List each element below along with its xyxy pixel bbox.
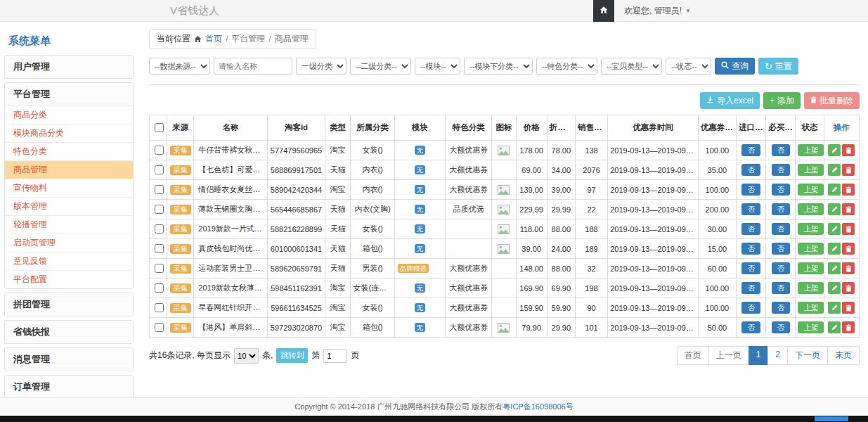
batch-delete-button[interactable]: 批量删除 [804,92,860,109]
jump-button[interactable]: 跳转到 [276,348,308,363]
must-buy-toggle[interactable]: 否 [772,282,791,294]
row-checkbox[interactable] [155,283,164,293]
status-button[interactable]: 上架 [798,223,824,235]
row-checkbox[interactable] [155,244,164,253]
user-menu[interactable]: 欢迎您, 管理员! ▼ [624,5,691,17]
edit-button[interactable] [828,184,841,196]
sidebar-item[interactable]: 启动页管理 [5,234,133,252]
import-select-toggle[interactable]: 否 [741,144,760,156]
must-buy-toggle[interactable]: 否 [772,184,791,196]
import-select-toggle[interactable]: 否 [741,164,760,176]
row-checkbox[interactable] [155,185,164,194]
sidebar-item[interactable]: 拼团管理 [5,293,133,316]
delete-button[interactable] [842,184,855,196]
delete-button[interactable] [842,262,855,274]
sidebar-item[interactable]: 省钱快报 [5,321,133,343]
sidebar-item[interactable]: 宣传物料 [5,179,133,197]
must-buy-toggle[interactable]: 否 [772,164,791,176]
row-checkbox[interactable] [155,264,164,273]
sidebar-item[interactable]: 消息管理 [5,348,133,371]
edit-button[interactable] [828,262,841,274]
edit-button[interactable] [828,321,841,333]
status-button[interactable]: 上架 [798,262,824,274]
import-select-toggle[interactable]: 否 [741,203,760,215]
edit-button[interactable] [828,164,841,176]
sidebar-item[interactable]: 轮播管理 [5,215,133,234]
status-button[interactable]: 上架 [798,144,824,156]
edit-button[interactable] [828,203,841,215]
pager-button[interactable]: 下一页 [787,346,828,365]
filter-select[interactable]: --数据来源-- [149,58,210,75]
delete-button[interactable] [842,243,855,255]
sidebar-item[interactable]: 订单管理 [5,376,133,398]
sidebar-item[interactable]: 商品分类 [5,106,133,124]
row-checkbox[interactable] [155,146,164,155]
status-button[interactable]: 上架 [798,164,824,176]
sidebar-item[interactable]: 特色分类 [5,142,133,160]
row-checkbox[interactable] [155,303,164,312]
status-button[interactable]: 上架 [798,184,824,196]
filter-select[interactable]: --特色分类-- [536,58,597,75]
edit-button[interactable] [828,223,841,235]
filter-select[interactable]: --状态-- [666,58,711,75]
search-button[interactable]: 查询 [715,58,755,75]
filter-select[interactable]: --模块下分类-- [464,58,533,75]
pager-button[interactable]: 末页 [827,346,860,365]
add-button[interactable]: + 添加 [763,92,801,109]
edit-button[interactable] [828,243,841,255]
filter-select[interactable]: 一级分类 [296,58,346,75]
row-checkbox[interactable] [155,323,164,332]
import-select-toggle[interactable]: 否 [741,262,760,274]
import-select-toggle[interactable]: 否 [741,223,760,235]
sidebar-item[interactable]: 版本管理 [5,197,133,215]
jump-page-input[interactable] [323,349,347,363]
delete-button[interactable] [842,282,855,294]
sidebar-item[interactable]: 模块商品分类 [5,124,133,142]
filter-select[interactable]: --模块-- [415,58,460,75]
edit-button[interactable] [828,302,841,314]
import-select-toggle[interactable]: 否 [741,321,760,333]
status-button[interactable]: 上架 [798,282,824,294]
home-button[interactable] [593,0,614,22]
select-all-checkbox[interactable] [155,123,164,132]
per-page-select[interactable]: 10 [234,348,259,364]
must-buy-toggle[interactable]: 否 [772,144,791,156]
pager-button[interactable]: 首页 [677,346,709,365]
sidebar-item[interactable]: 商品管理 [5,160,133,179]
delete-button[interactable] [842,223,855,235]
filter-select[interactable]: --宝贝类型-- [601,58,662,75]
delete-button[interactable] [842,302,855,314]
reset-button[interactable]: ↻ 重置 [758,58,798,75]
sidebar-item[interactable]: 平台管理 [5,83,133,106]
edit-button[interactable] [828,144,841,156]
must-buy-toggle[interactable]: 否 [772,223,791,235]
must-buy-toggle[interactable]: 否 [772,321,791,333]
icp-link[interactable]: 粤ICP备16098006号 [503,402,573,411]
status-button[interactable]: 上架 [798,203,824,215]
row-checkbox[interactable] [155,165,164,174]
pager-button[interactable]: 上一页 [708,346,749,365]
delete-button[interactable] [842,203,855,215]
import-select-toggle[interactable]: 否 [741,282,760,294]
pager-current-page[interactable]: 1 [749,346,769,365]
import-excel-button[interactable]: 导入excel [700,92,760,109]
must-buy-toggle[interactable]: 否 [772,243,791,255]
delete-button[interactable] [842,164,855,176]
must-buy-toggle[interactable]: 否 [772,302,791,314]
name-search-input[interactable] [214,58,292,75]
breadcrumb-home-link[interactable]: 首页 [205,33,222,45]
edit-button[interactable] [828,282,841,294]
status-button[interactable]: 上架 [798,243,824,255]
pager-button[interactable]: 2 [767,346,788,365]
row-checkbox[interactable] [155,205,164,214]
sidebar-item[interactable]: 平台配置 [5,270,133,288]
sidebar-item[interactable]: 意见反馈 [5,252,133,270]
must-buy-toggle[interactable]: 否 [772,262,791,274]
row-checkbox[interactable] [155,224,164,234]
bottom-scrollbar-thumb[interactable] [815,416,848,421]
filter-select[interactable]: --二级分类-- [350,58,411,75]
sidebar-item[interactable]: 用户管理 [5,56,133,78]
delete-button[interactable] [842,321,855,333]
import-select-toggle[interactable]: 否 [741,302,760,314]
status-button[interactable]: 上架 [798,321,824,333]
